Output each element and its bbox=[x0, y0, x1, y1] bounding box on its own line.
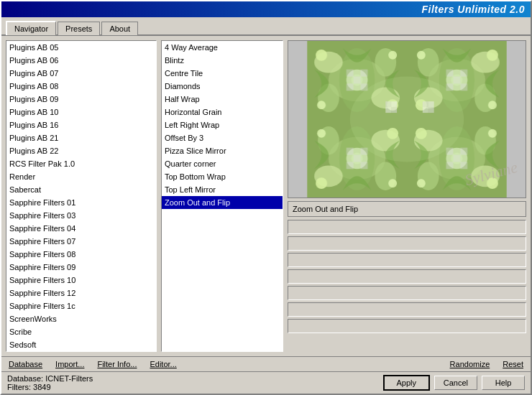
list-item[interactable]: Plugins AB 07 bbox=[6, 67, 156, 80]
list-item[interactable]: Plugins AB 08 bbox=[6, 80, 156, 93]
sublist-item[interactable]: Quarter corner bbox=[162, 157, 283, 170]
list-item[interactable]: Sapphire Filters 1c bbox=[6, 299, 156, 312]
svg-rect-29 bbox=[428, 101, 434, 107]
main-content: Plugins AB 05 Plugins AB 06 Plugins AB 0… bbox=[1, 36, 531, 356]
apply-button[interactable]: Apply bbox=[383, 375, 430, 391]
database-button[interactable]: Database bbox=[6, 358, 45, 370]
tab-bar: Navigator Presets About bbox=[1, 17, 531, 36]
list-item[interactable]: Scribe bbox=[6, 325, 156, 338]
param-row-3 bbox=[288, 253, 526, 267]
param-row-6 bbox=[288, 302, 526, 317]
list-item[interactable]: Plugins AB 16 bbox=[6, 118, 156, 131]
randomize-button[interactable]: Randomize bbox=[447, 358, 493, 370]
svg-rect-24 bbox=[385, 101, 391, 107]
svg-rect-28 bbox=[423, 101, 428, 107]
list-item[interactable]: Sabercat bbox=[6, 183, 156, 196]
database-status: Database: ICNET-Filters bbox=[7, 374, 93, 383]
list-item[interactable]: Plugins AB 09 bbox=[6, 93, 156, 106]
svg-rect-31 bbox=[428, 107, 434, 113]
status-info: Database: ICNET-Filters Filters: 3849 bbox=[7, 374, 93, 391]
sublist-item[interactable]: 4 Way Average bbox=[162, 41, 283, 54]
status-buttons: Apply Cancel Help bbox=[383, 375, 525, 391]
list-item[interactable]: Sedsoft bbox=[6, 338, 156, 351]
cancel-button[interactable]: Cancel bbox=[434, 376, 477, 390]
sublist-item[interactable]: Diamonds bbox=[162, 80, 283, 93]
svg-rect-27 bbox=[391, 107, 397, 113]
sublist-item[interactable]: Horizontal Grain bbox=[162, 106, 283, 118]
sublist-item-selected[interactable]: Zoom Out and Flip bbox=[162, 196, 283, 209]
param-row-5 bbox=[288, 286, 526, 300]
list-item[interactable]: Sapphire Filters 01 bbox=[6, 196, 156, 209]
import-button[interactable]: Import... bbox=[52, 358, 87, 370]
list-item[interactable]: Sapphire Filters 10 bbox=[6, 274, 156, 287]
list-item[interactable]: Sapphire Filters 09 bbox=[6, 261, 156, 274]
left-panel: Plugins AB 05 Plugins AB 06 Plugins AB 0… bbox=[6, 40, 157, 352]
sublist-item[interactable]: Centre Tile bbox=[162, 67, 283, 80]
filter-sublist[interactable]: 4 Way Average Blintz Centre Tile Diamond… bbox=[161, 40, 283, 352]
title-bar-text: Filters Unlimited 2.0 bbox=[421, 4, 525, 15]
list-item[interactable]: Sapphire Filters 03 bbox=[6, 209, 156, 222]
sublist-item[interactable]: Top Left Mirror bbox=[162, 183, 283, 196]
status-bar: Database: ICNET-Filters Filters: 3849 Ap… bbox=[1, 371, 531, 394]
sublist-item[interactable]: Pizza Slice Mirror bbox=[162, 144, 283, 157]
list-item[interactable]: Render bbox=[6, 170, 156, 183]
param-rows bbox=[288, 220, 526, 352]
filters-status: Filters: 3849 bbox=[7, 383, 93, 391]
sublist-item[interactable]: Top Bottom Wrap bbox=[162, 170, 283, 183]
svg-rect-30 bbox=[423, 107, 428, 113]
list-item[interactable]: Sapphire Filters 12 bbox=[6, 287, 156, 299]
filter-category-list[interactable]: Plugins AB 05 Plugins AB 06 Plugins AB 0… bbox=[6, 40, 157, 352]
help-button[interactable]: Help bbox=[482, 376, 525, 390]
list-item[interactable]: Sapphire Filters 04 bbox=[6, 222, 156, 235]
sublist-item[interactable]: Left Right Wrap bbox=[162, 118, 283, 131]
preview-box: Sylviane bbox=[288, 40, 526, 198]
param-row-4 bbox=[288, 269, 526, 284]
filter-info-button[interactable]: Filter Info... bbox=[94, 358, 139, 370]
bottom-toolbar: Database Import... Filter Info... Editor… bbox=[1, 356, 531, 371]
sublist-item[interactable]: Offset By 3 bbox=[162, 131, 283, 144]
center-panel: 4 Way Average Blintz Centre Tile Diamond… bbox=[161, 40, 283, 352]
list-item[interactable]: Simple bbox=[6, 351, 156, 352]
tab-navigator[interactable]: Navigator bbox=[6, 21, 56, 35]
list-item[interactable]: Plugins AB 22 bbox=[6, 144, 156, 157]
title-bar: Filters Unlimited 2.0 bbox=[1, 1, 531, 17]
param-row-2 bbox=[288, 236, 526, 251]
list-item[interactable]: Sapphire Filters 08 bbox=[6, 248, 156, 261]
list-item[interactable]: Sapphire Filters 07 bbox=[6, 235, 156, 248]
list-item[interactable]: Plugins AB 10 bbox=[6, 106, 156, 118]
svg-rect-25 bbox=[391, 101, 397, 107]
reset-button[interactable]: Reset bbox=[500, 358, 526, 370]
tab-about[interactable]: About bbox=[101, 22, 138, 35]
sublist-item[interactable]: Blintz bbox=[162, 54, 283, 67]
list-item[interactable]: Plugins AB 06 bbox=[6, 54, 156, 67]
param-row-7 bbox=[288, 319, 526, 333]
list-item[interactable]: Plugins AB 21 bbox=[6, 131, 156, 144]
right-panel: Sylviane Zoom Out and Flip bbox=[288, 40, 526, 352]
list-item[interactable]: RCS Filter Pak 1.0 bbox=[6, 157, 156, 170]
svg-rect-26 bbox=[385, 107, 391, 113]
list-item[interactable]: Plugins AB 05 bbox=[6, 41, 156, 54]
svg-point-23 bbox=[350, 77, 464, 162]
list-item[interactable]: ScreenWorks bbox=[6, 312, 156, 325]
sublist-item[interactable]: Half Wrap bbox=[162, 93, 283, 106]
main-window: Filters Unlimited 2.0 Navigator Presets … bbox=[0, 0, 532, 395]
editor-button[interactable]: Editor... bbox=[147, 358, 179, 370]
param-row-1 bbox=[288, 220, 526, 234]
filter-name-display: Zoom Out and Flip bbox=[288, 201, 526, 217]
tab-presets[interactable]: Presets bbox=[58, 22, 100, 35]
